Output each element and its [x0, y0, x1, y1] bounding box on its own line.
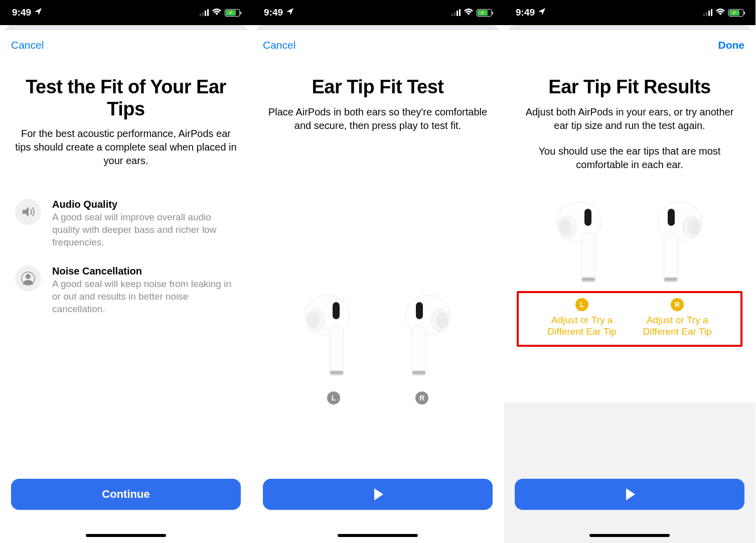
modal-sheet: Cancel Test the Fit of Your Ear Tips For… — [0, 30, 252, 543]
home-indicator[interactable] — [589, 534, 670, 537]
wifi-icon — [212, 8, 222, 18]
speaker-icon — [15, 199, 41, 225]
continue-button[interactable]: Continue — [11, 479, 241, 510]
done-button[interactable]: Done — [718, 39, 745, 51]
continue-label: Continue — [102, 488, 149, 501]
cancel-button[interactable]: Cancel — [263, 39, 295, 51]
page-subtitle-2: You should use the ear tips that are mos… — [515, 145, 744, 172]
benefit-desc: A good seal will keep noise from leaking… — [52, 278, 237, 315]
page-title: Ear Tip Fit Test — [263, 76, 493, 98]
screen-intro: 9:49 Cancel Test the Fit of Your Ear Tip… — [0, 0, 252, 543]
airpod-left-icon — [555, 198, 616, 288]
airpod-left-icon — [304, 291, 364, 381]
left-badge: L — [575, 298, 588, 311]
benefit-audio-quality: Audio Quality A good seal will improve o… — [15, 199, 237, 248]
wifi-icon — [715, 8, 725, 18]
airpod-right-icon — [392, 291, 452, 381]
status-time: 9:49 — [516, 7, 535, 18]
result-left: L Adjust or Try a Different Ear Tip — [539, 298, 625, 338]
home-indicator[interactable] — [338, 534, 418, 537]
right-badge: R — [415, 391, 428, 404]
page-subtitle-1: Adjust both AirPods in your ears, or try… — [515, 105, 744, 132]
cellular-icon — [200, 9, 209, 16]
play-button[interactable] — [515, 479, 744, 510]
page-title: Test the Fit of Your Ear Tips — [11, 76, 241, 120]
battery-icon — [477, 9, 492, 17]
airpod-left-col: L — [304, 291, 364, 404]
benefit-title: Noise Cancellation — [52, 265, 237, 277]
airpod-right-icon — [644, 198, 704, 288]
wifi-icon — [464, 8, 474, 18]
result-right: R Adjust or Try a Different Ear Tip — [635, 298, 720, 338]
location-icon — [538, 7, 546, 18]
modal-sheet: Cancel Ear Tip Fit Test Place AirPods in… — [252, 30, 504, 543]
left-badge: L — [327, 391, 340, 404]
cancel-button[interactable]: Cancel — [11, 39, 44, 51]
airpod-right-col: R — [392, 291, 452, 404]
benefits-list: Audio Quality A good seal will improve o… — [11, 199, 241, 332]
right-badge: R — [671, 298, 684, 311]
right-result-text: Adjust or Try a Different Ear Tip — [635, 314, 720, 338]
person-icon — [15, 265, 41, 292]
screen-results: 9:49 Done Ear Tip Fit Results Adjust bot… — [504, 0, 755, 543]
results-footer-bg — [504, 402, 755, 543]
screen-test: 9:49 Cancel Ear Tip Fit Test Place AirPo… — [252, 0, 504, 543]
battery-icon — [225, 9, 240, 17]
play-button[interactable] — [263, 479, 493, 510]
benefit-title: Audio Quality — [52, 199, 237, 210]
benefit-noise-cancellation: Noise Cancellation A good seal will keep… — [15, 265, 237, 315]
home-indicator[interactable] — [86, 534, 166, 537]
location-icon — [34, 7, 42, 18]
battery-icon — [728, 9, 743, 17]
cellular-icon — [451, 9, 461, 16]
benefit-desc: A good seal will improve overall audio q… — [52, 211, 237, 248]
play-icon — [626, 488, 635, 500]
modal-sheet: Done Ear Tip Fit Results Adjust both Air… — [504, 30, 755, 543]
page-subtitle: For the best acoustic performance, AirPo… — [11, 127, 241, 168]
page-subtitle: Place AirPods in both ears so they're co… — [263, 105, 493, 132]
status-bar: 9:49 — [252, 0, 504, 25]
left-result-text: Adjust or Try a Different Ear Tip — [539, 314, 625, 338]
status-time: 9:49 — [264, 7, 283, 18]
play-icon — [374, 488, 383, 500]
status-bar: 9:49 — [0, 0, 252, 25]
airpods-illustration — [515, 198, 744, 288]
cellular-icon — [703, 9, 712, 16]
location-icon — [286, 7, 294, 18]
status-time: 9:49 — [12, 7, 31, 18]
page-title: Ear Tip Fit Results — [515, 76, 744, 98]
results-highlight-box: L Adjust or Try a Different Ear Tip R Ad… — [517, 291, 742, 347]
status-bar: 9:49 — [504, 0, 755, 25]
